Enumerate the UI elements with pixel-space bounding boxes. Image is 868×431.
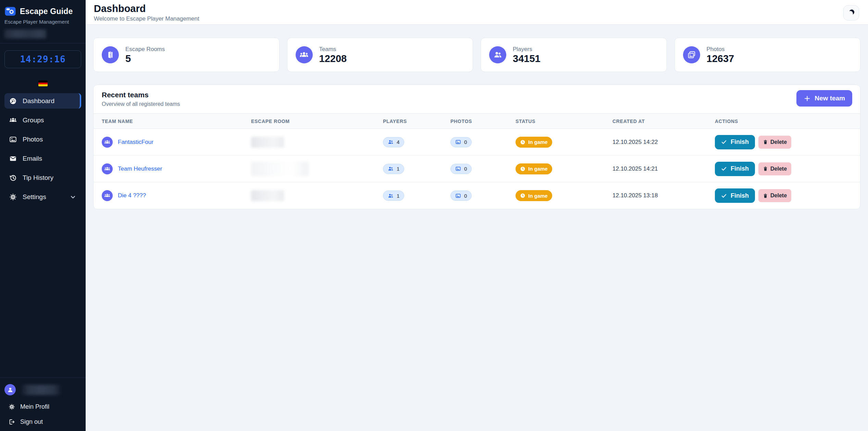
photo-icon [455,193,461,199]
delete-button[interactable]: Delete [758,136,791,149]
stat-card-escape-rooms: Escape Rooms 5 [93,38,280,72]
brand-block: Escape Guide Escape Player Management [0,0,86,44]
stat-label: Teams [319,46,347,53]
photos-count-badge: 0 [450,164,472,174]
photo-stack-icon [683,46,700,63]
live-clock: 14:29:16 [4,50,81,68]
finish-button[interactable]: Finish [715,135,755,149]
col-photos: PHOTOS [442,119,507,124]
app-root: Escape Guide Escape Player Management 14… [0,0,868,431]
team-avatar-icon [102,137,113,148]
stat-value: 34151 [513,53,541,64]
check-icon [721,166,727,172]
finish-button-label: Finish [731,138,749,146]
moon-icon [847,10,853,16]
sidebar-item-label: Photos [23,136,43,143]
sidebar-item-label: Tip History [23,174,53,182]
sidebar-item-label: Emails [23,155,42,162]
table-header: TEAM NAME ESCAPE ROOM PLAYERS PHOTOS STA… [94,113,860,129]
team-avatar-icon [102,163,113,174]
finish-button[interactable]: Finish [715,188,755,203]
app-logo-camera-icon [4,5,16,17]
sidebar-item-dashboard[interactable]: Dashboard [4,93,81,109]
stat-value: 12208 [319,53,347,64]
players-icon [388,193,394,199]
redacted-escape-room [251,162,309,176]
sidebar-item-label: Settings [23,193,46,201]
status-label: In game [528,166,548,172]
players-icon [388,139,394,145]
photos-icon [9,136,17,143]
sidebar-item-settings[interactable]: Settings [4,189,81,205]
sidebar-nav: Dashboard Groups Photos Emails [0,93,86,205]
team-name-link[interactable]: Die 4 ???? [118,192,146,199]
sidebar-item-photos[interactable]: Photos [4,132,81,147]
history-icon [9,174,17,182]
status-label: In game [528,139,548,145]
new-team-button-label: New team [815,95,845,102]
stat-card-photos: Photos 12637 [674,38,861,72]
delete-button[interactable]: Delete [758,162,791,175]
clock-icon [520,166,525,172]
german-flag-language-switch[interactable] [38,81,48,86]
signout-icon [9,419,15,425]
stat-card-players: Players 34151 [481,38,667,72]
redacted-escape-room [251,137,284,148]
recent-teams-card: Recent teams Overview of all registered … [93,85,860,209]
photo-icon [455,139,461,145]
section-title: Recent teams [102,91,852,99]
stat-label: Escape Rooms [125,46,165,53]
content-area: Escape Rooms 5 Teams 12208 [86,25,868,209]
profile-link-label: Mein Profil [20,403,49,410]
new-team-button[interactable]: New team [796,90,852,107]
table-row: FantasticFour 4 0 [94,129,860,156]
team-name-link[interactable]: FantasticFour [118,139,153,146]
players-icon [489,46,506,63]
chevron-down-icon [70,194,76,200]
photos-count: 0 [464,139,467,145]
status-badge: In game [516,163,552,174]
sidebar-item-tip-history[interactable]: Tip History [4,170,81,185]
door-icon [102,46,119,63]
delete-button-label: Delete [770,139,787,145]
sidebar-item-label: Groups [23,116,44,124]
photos-count: 0 [464,166,467,172]
stat-label: Players [513,46,541,53]
trash-icon [763,139,768,145]
sidebar: Escape Guide Escape Player Management 14… [0,0,86,431]
gear-icon [9,404,15,410]
sidebar-item-emails[interactable]: Emails [4,151,81,166]
delete-button-label: Delete [770,193,787,199]
col-escape-room: ESCAPE ROOM [243,119,375,124]
app-tagline: Escape Player Management [4,19,81,25]
sidebar-item-groups[interactable]: Groups [4,112,81,128]
section-subtitle: Overview of all registered teams [102,101,852,107]
gear-icon [9,193,17,201]
delete-button[interactable]: Delete [758,189,791,202]
col-created-at: CREATED AT [604,119,707,124]
signout-link[interactable]: Sign out [4,418,81,426]
dark-mode-toggle-button[interactable] [843,5,859,21]
app-title: Escape Guide [20,7,73,16]
photos-count-badge: 0 [450,190,472,201]
photos-count: 0 [464,193,467,199]
players-count-badge: 1 [383,190,404,201]
dashboard-icon [9,97,17,105]
team-name-link[interactable]: Team Heufresser [118,165,162,172]
table-row: Die 4 ???? 1 0 [94,182,860,209]
main-area: Dashboard Welcome to Escape Player Manag… [86,0,868,431]
stats-row: Escape Rooms 5 Teams 12208 [93,38,860,72]
players-count: 1 [397,166,399,172]
stat-value: 12637 [707,53,734,64]
trash-icon [763,193,768,198]
table-row: Team Heufresser 1 0 [94,156,860,182]
created-at: 12.10.2025 14:21 [612,165,658,172]
profile-link[interactable]: Mein Profil [4,403,81,410]
finish-button[interactable]: Finish [715,162,755,176]
topbar: Dashboard Welcome to Escape Player Manag… [86,0,868,25]
finish-button-label: Finish [731,192,749,199]
created-at: 12.10.2025 14:22 [612,139,658,146]
page-subtitle: Welcome to Escape Player Management [94,15,860,22]
groups-icon [9,116,17,124]
redacted-text-block [4,29,46,38]
